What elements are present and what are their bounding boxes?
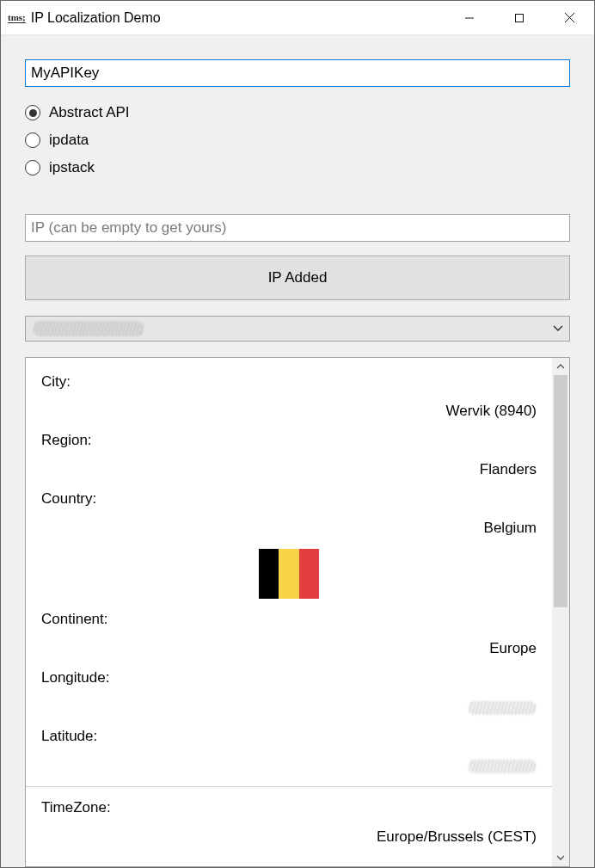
maximize-button[interactable] bbox=[494, 1, 544, 34]
window-title: IP Localization Demo bbox=[31, 10, 445, 26]
section-divider bbox=[26, 786, 552, 787]
app-icon: tms; bbox=[8, 13, 26, 23]
city-value: Wervik (8940) bbox=[41, 403, 537, 420]
combobox-selected-value bbox=[26, 317, 547, 341]
ip-select-combobox[interactable] bbox=[25, 316, 570, 342]
region-value: Flanders bbox=[41, 461, 537, 478]
country-label: Country: bbox=[41, 490, 537, 508]
city-label: City: bbox=[41, 373, 537, 391]
scrollbar-track[interactable] bbox=[552, 375, 569, 849]
radio-label: Abstract API bbox=[49, 104, 130, 121]
titlebar: tms; IP Localization Demo bbox=[1, 1, 594, 35]
latitude-value bbox=[41, 757, 537, 774]
radio-icon bbox=[25, 105, 40, 120]
client-area: Abstract API ipdata ipstack IP Added bbox=[1, 35, 594, 867]
window-controls bbox=[445, 1, 594, 34]
vertical-scrollbar[interactable] bbox=[552, 358, 569, 866]
radio-label: ipdata bbox=[49, 132, 89, 149]
provider-radio-group: Abstract API ipdata ipstack bbox=[25, 104, 570, 187]
svg-rect-1 bbox=[516, 14, 524, 22]
timezone-label: TimeZone: bbox=[41, 799, 537, 816]
chevron-down-icon bbox=[547, 317, 569, 341]
results-content: City: Wervik (8940) Region: Flanders Cou… bbox=[26, 358, 552, 866]
ip-input[interactable] bbox=[25, 214, 570, 242]
app-window: tms; IP Localization Demo Abstract API i… bbox=[0, 0, 595, 868]
radio-label: ipstack bbox=[49, 159, 95, 176]
region-label: Region: bbox=[41, 432, 537, 449]
latitude-label: Latitude: bbox=[41, 728, 537, 745]
scrollbar-thumb[interactable] bbox=[554, 375, 567, 607]
api-key-input[interactable] bbox=[25, 59, 570, 87]
country-flag-icon bbox=[259, 549, 319, 599]
provider-option-ipstack[interactable]: ipstack bbox=[25, 159, 570, 176]
redacted-text bbox=[468, 760, 537, 773]
ip-added-button[interactable]: IP Added bbox=[25, 255, 570, 300]
longitude-value bbox=[41, 699, 537, 716]
longitude-label: Longitude: bbox=[41, 669, 537, 686]
radio-icon bbox=[25, 132, 40, 148]
scroll-up-icon[interactable] bbox=[552, 358, 569, 375]
scroll-down-icon[interactable] bbox=[552, 849, 569, 866]
timezone-value: Europe/Brussels (CEST) bbox=[41, 828, 537, 846]
provider-option-ipdata[interactable]: ipdata bbox=[25, 132, 570, 149]
radio-icon bbox=[25, 160, 40, 175]
country-value: Belgium bbox=[41, 520, 537, 537]
continent-label: Continent: bbox=[41, 611, 537, 628]
redacted-text bbox=[33, 321, 144, 336]
close-button[interactable] bbox=[544, 1, 594, 34]
provider-option-abstract[interactable]: Abstract API bbox=[25, 104, 570, 121]
redacted-text bbox=[468, 701, 537, 715]
continent-value: Europe bbox=[41, 640, 537, 657]
minimize-button[interactable] bbox=[445, 1, 494, 34]
results-panel: City: Wervik (8940) Region: Flanders Cou… bbox=[25, 357, 570, 867]
